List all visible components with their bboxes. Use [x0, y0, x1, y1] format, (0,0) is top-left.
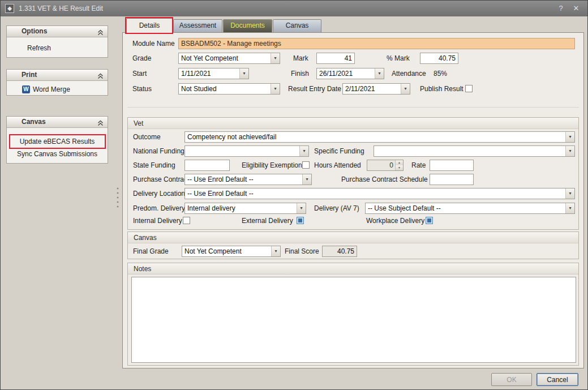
- delivery-av7-dropdown[interactable]: -- Use Subject Default -- ▾: [365, 203, 575, 214]
- pct-mark-input[interactable]: [420, 53, 458, 64]
- spinner-down-icon[interactable]: ▼: [396, 165, 403, 170]
- status-value: Not Studied: [179, 84, 271, 94]
- national-funding-label: National Funding: [133, 145, 184, 157]
- hours-attended-value: 0: [367, 160, 395, 170]
- module-name-label: Module Name: [132, 38, 175, 49]
- state-funding-label: State Funding: [133, 160, 175, 171]
- grade-label: Grade: [132, 53, 151, 64]
- purchase-contract-schedule-input[interactable]: [430, 174, 474, 185]
- result-entry-date-value: 2/11/2021: [343, 84, 401, 94]
- dropdown-arrow-icon[interactable]: ▾: [565, 132, 574, 142]
- dropdown-arrow-icon[interactable]: ▾: [401, 84, 410, 94]
- start-label: Start: [132, 68, 147, 79]
- publish-result-label: Publish Result: [420, 83, 463, 95]
- spinner-buttons[interactable]: ▲ ▼: [395, 160, 403, 170]
- options-panel-title: Options: [22, 27, 47, 35]
- specific-funding-label: Specific Funding: [314, 145, 364, 157]
- delivery-av7-label: Delivery (AV 7): [314, 203, 359, 214]
- status-label: Status: [132, 83, 152, 95]
- purchase-contract-dropdown[interactable]: -- Use Enrol Default -- ▾: [184, 174, 312, 185]
- specific-funding-value: [374, 146, 565, 156]
- titlebar: ◆ 1.331 VET & HE Result Edit ? ✕: [1, 1, 587, 16]
- collapse-chevron-icon[interactable]: [97, 72, 104, 78]
- attendance-value: 85%: [434, 68, 447, 79]
- notes-group-title: Notes: [128, 263, 578, 275]
- dropdown-arrow-icon[interactable]: ▾: [271, 53, 280, 63]
- section-divider: [127, 107, 579, 108]
- ok-button[interactable]: OK: [491, 373, 532, 386]
- dropdown-arrow-icon[interactable]: ▾: [271, 246, 280, 256]
- vet-group: Vet Outcome Competency not achieved/fail…: [127, 117, 579, 230]
- dropdown-arrow-icon[interactable]: ▾: [565, 203, 574, 213]
- status-dropdown[interactable]: Not Studied ▾: [178, 83, 280, 95]
- workplace-delivery-checkbox[interactable]: [426, 217, 433, 224]
- final-grade-dropdown[interactable]: Not Yet Competent ▾: [182, 246, 281, 257]
- eligibility-exemption-checkbox[interactable]: [302, 161, 310, 169]
- module-name-field[interactable]: [178, 38, 575, 49]
- tab-details[interactable]: Details: [126, 18, 173, 33]
- update-ebecas-results-button[interactable]: Update eBECAS Results: [7, 135, 108, 148]
- state-funding-input[interactable]: [184, 160, 230, 171]
- sync-canvas-submissions-button[interactable]: Sync Canvas Submissions: [7, 148, 108, 160]
- result-edit-window: ◆ 1.331 VET & HE Result Edit ? ✕ Options…: [0, 0, 588, 390]
- publish-result-checkbox[interactable]: [465, 85, 473, 92]
- grade-value: Not Yet Competent: [179, 53, 271, 63]
- purchase-contract-value: -- Use Enrol Default --: [185, 174, 302, 185]
- external-delivery-checkbox[interactable]: [297, 217, 304, 224]
- final-score-field[interactable]: [322, 246, 357, 257]
- rate-input[interactable]: [430, 160, 474, 171]
- eligibility-exemption-label: Eligibility Exemption: [242, 160, 302, 171]
- outcome-dropdown[interactable]: Competency not achieved/fail ▾: [184, 131, 575, 143]
- dropdown-arrow-icon[interactable]: ▾: [565, 146, 574, 156]
- refresh-button[interactable]: Refresh: [7, 41, 108, 55]
- workplace-delivery-label: Workplace Delivery: [366, 215, 424, 226]
- specific-funding-dropdown[interactable]: ▾: [374, 145, 575, 157]
- canvas-panel: Canvas Update eBECAS Results Sync Canvas…: [6, 116, 108, 164]
- dropdown-arrow-icon[interactable]: ▾: [565, 188, 574, 199]
- dropdown-arrow-icon[interactable]: ▾: [299, 146, 308, 156]
- canvas-panel-header[interactable]: Canvas: [7, 117, 108, 128]
- cancel-button[interactable]: Cancel: [537, 373, 578, 386]
- hours-attended-spinner[interactable]: 0 ▲ ▼: [367, 160, 404, 171]
- grade-dropdown[interactable]: Not Yet Competent ▾: [178, 53, 280, 64]
- spinner-up-icon[interactable]: ▲: [396, 160, 403, 165]
- tab-canvas[interactable]: Canvas: [273, 19, 321, 32]
- result-entry-date-label: Result Entry Date: [288, 83, 341, 95]
- national-funding-dropdown[interactable]: ▾: [184, 145, 309, 157]
- collapse-chevron-icon[interactable]: [97, 119, 104, 125]
- delivery-av7-value: -- Use Subject Default --: [366, 203, 565, 213]
- help-button[interactable]: ?: [555, 1, 567, 16]
- collapse-chevron-icon[interactable]: [97, 28, 104, 35]
- word-merge-button[interactable]: W Word Merge: [7, 83, 108, 96]
- canvas-panel-title: Canvas: [22, 118, 46, 126]
- finish-date-dropdown[interactable]: 26/11/2021 ▾: [316, 68, 384, 79]
- purchase-contract-schedule-label: Purchase Contract Schedule: [341, 174, 428, 185]
- dropdown-arrow-icon[interactable]: ▾: [302, 174, 311, 185]
- vet-group-title: Vet: [128, 118, 578, 129]
- notes-textarea[interactable]: [131, 277, 576, 363]
- purchase-contract-label: Purchase Contract: [133, 174, 189, 185]
- dropdown-arrow-icon[interactable]: ▾: [239, 68, 248, 79]
- outcome-label: Outcome: [133, 131, 161, 143]
- mark-input[interactable]: [316, 53, 355, 64]
- tab-assessment[interactable]: Assessment: [173, 19, 222, 32]
- options-panel: Options Refresh: [6, 25, 108, 58]
- result-entry-date-dropdown[interactable]: 2/11/2021 ▾: [342, 83, 410, 95]
- rate-label: Rate: [411, 160, 426, 171]
- tab-documents[interactable]: Documents: [223, 19, 272, 32]
- print-panel-title: Print: [22, 71, 37, 79]
- start-date-dropdown[interactable]: 1/11/2021 ▾: [178, 68, 249, 79]
- print-panel-header[interactable]: Print: [7, 70, 108, 81]
- final-score-label: Final Score: [285, 246, 319, 257]
- final-grade-label: Final Grade: [133, 246, 169, 257]
- delivery-location-dropdown[interactable]: -- Use Enrol Default -- ▾: [184, 188, 575, 199]
- internal-delivery-checkbox[interactable]: [183, 217, 190, 224]
- dropdown-arrow-icon[interactable]: ▾: [297, 203, 306, 213]
- mark-label: Mark: [293, 53, 308, 64]
- splitter-grip[interactable]: [116, 186, 119, 210]
- close-button[interactable]: ✕: [569, 1, 583, 16]
- options-panel-header[interactable]: Options: [7, 26, 108, 37]
- predom-delivery-dropdown[interactable]: Internal delivery ▾: [184, 203, 306, 214]
- dropdown-arrow-icon[interactable]: ▾: [271, 84, 280, 94]
- dropdown-arrow-icon[interactable]: ▾: [375, 68, 384, 79]
